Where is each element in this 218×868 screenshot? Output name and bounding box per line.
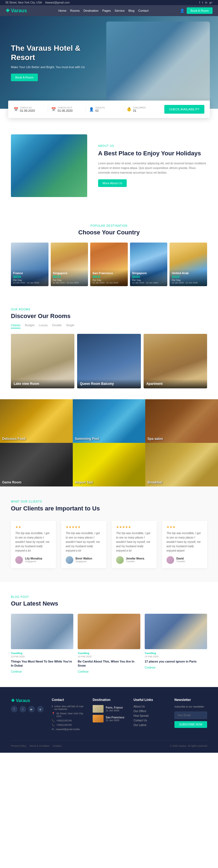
checkin-field: 📅 CHECK IN 01.06.2020	[13, 106, 48, 112]
taxi-label: Airport Taxi	[75, 480, 93, 484]
dest-date-1: 21 Jun 2020	[106, 719, 119, 722]
newsletter-input[interactable]	[175, 712, 207, 719]
amenity-breakfast[interactable]: Breakfast	[145, 443, 218, 487]
destination-card-france[interactable]: France $859 Per Day 12 Jan 2020 - 22 Jun…	[11, 243, 49, 286]
room-card-lake[interactable]: Lake view Room	[11, 334, 74, 389]
singapore-dates: 12 Jan 2020 - 22 Jun 2020	[53, 281, 86, 284]
news-cta-1[interactable]: Continue	[77, 670, 89, 673]
footer-link-1[interactable]: Our Offers	[133, 710, 166, 713]
news-cta-0[interactable]: Continue	[11, 670, 22, 673]
footer-link-0[interactable]: About Us	[133, 705, 166, 708]
adults-label: ADULTS	[95, 106, 105, 109]
france-name: France	[13, 272, 46, 275]
sg2-overlay: Singapore $550 Per Day 12 Jan 2020 - 22 …	[130, 269, 167, 286]
about-image	[11, 134, 87, 197]
checkin-label: CHECK IN	[20, 106, 35, 109]
googleplus-icon[interactable]: g+	[210, 1, 213, 4]
checkout-label: CHECK-OUT	[58, 106, 72, 109]
food-label: Delicious Food	[2, 437, 26, 441]
nav-service[interactable]: Service	[115, 9, 125, 12]
checkout-value[interactable]: 01.06.2020	[58, 109, 72, 112]
children-field: 👶 CHILDREN 01	[127, 106, 161, 112]
stars-3: ★★★	[166, 525, 203, 529]
nav-book-button[interactable]: Book A Room	[187, 7, 213, 14]
instagram-icon[interactable]: in	[205, 1, 207, 4]
footer-newsletter-text: Subscribe to our newsletter	[175, 705, 207, 709]
nav-home[interactable]: Home	[58, 9, 66, 12]
food-image	[0, 399, 73, 443]
news-section: Blog Post Our Latest News Travelling 23 …	[0, 582, 218, 687]
footer-dest-0[interactable]: Paris, France 21 Jun 2020	[93, 705, 125, 713]
queen-room-overlay: Queen Room Balcony	[77, 379, 141, 389]
room-card-queen[interactable]: Queen Room Balcony	[77, 334, 141, 389]
stars-2: ★★★★★	[116, 525, 152, 529]
privacy-link[interactable]: Privacy Policy	[11, 745, 26, 747]
amenity-taxi[interactable]: Airport Taxi	[73, 443, 146, 487]
footer-link-4[interactable]: Our Latest	[133, 723, 166, 726]
destination-card-sg2[interactable]: Singapore $550 Per Day 12 Jan 2020 - 22 …	[130, 243, 167, 286]
amenity-game[interactable]: Game Room	[0, 443, 73, 487]
testimonial-1: ★★★★★ The trip was incredible, I got to …	[61, 521, 106, 568]
site-logo[interactable]: ❖ Varaus	[5, 8, 27, 13]
hero-cta-button[interactable]: Book A Room	[11, 73, 38, 81]
newsletter-button[interactable]: SUBSCRIBE NOW	[175, 721, 207, 728]
rooms-tabs: Classic Budget Luxury Double Single	[11, 323, 207, 329]
lake-room-name: Lake view Room	[13, 382, 72, 385]
tab-luxury[interactable]: Luxury	[39, 323, 48, 329]
amenity-food[interactable]: Delicious Food	[0, 399, 73, 443]
checkin-value[interactable]: 01.06.2020	[20, 109, 35, 112]
room-card-apartment[interactable]: Apartment	[144, 334, 207, 389]
tab-double[interactable]: Double	[52, 323, 62, 329]
amenity-spa[interactable]: Spa salon	[145, 399, 218, 443]
tab-classic[interactable]: Classic	[11, 323, 21, 329]
email-text: Aaward@gmail.com	[45, 1, 70, 4]
booking-bar: 📅 CHECK IN 01.06.2020 📅 CHECK-OUT 01.06.…	[8, 100, 210, 118]
news-cta-2[interactable]: Continue	[145, 666, 156, 669]
adults-value[interactable]: 02	[95, 109, 105, 112]
testimonials-grid: ★★ The trip was incredible, I got to see…	[11, 521, 207, 568]
uae-overlay: United Arab $420 Per Day 12 Jan 2020 - 2…	[169, 269, 207, 286]
news-image-0	[11, 614, 73, 649]
destination-card-sf[interactable]: San Francisco $653 Per Day 12 Jan 2020 -…	[90, 243, 128, 286]
nav-rooms[interactable]: Rooms	[70, 9, 80, 12]
nav-contact[interactable]: Contact	[138, 9, 149, 12]
uae-per: Per Day	[172, 279, 205, 281]
destinations-grid: France $859 Per Day 12 Jan 2020 - 22 Jun…	[11, 243, 207, 286]
destinations-label: Popular Destination	[11, 224, 207, 227]
footer-link-2[interactable]: How Spread	[133, 714, 166, 717]
singapore-price: $870	[53, 275, 86, 279]
nav-pages[interactable]: Pages	[102, 9, 111, 12]
tab-single[interactable]: Single	[66, 323, 74, 329]
footer-phone2: 📞 +000(126)765	[52, 723, 85, 726]
footer-instagram-icon[interactable]: ◈	[37, 706, 43, 712]
footer-twitter-icon[interactable]: t	[20, 706, 26, 712]
footer-youtube-icon[interactable]: ▶	[28, 706, 35, 712]
france-dates: 12 Jan 2020 - 22 Jun 2020	[13, 281, 46, 284]
footer-facebook-icon[interactable]: f	[11, 706, 18, 712]
news-label: Blog Post	[11, 595, 207, 598]
about-cta-button[interactable]: More About Us	[98, 179, 127, 187]
destination-card-singapore[interactable]: Singapore $870 Per Day 12 Jan 2020 - 22 …	[51, 243, 88, 286]
footer-phone1: 📞 +000(126)765	[52, 719, 85, 722]
terms-link[interactable]: Terms & Condition	[29, 745, 50, 747]
facebook-icon[interactable]: f	[199, 1, 200, 4]
cookies-link[interactable]: Cookies	[53, 745, 62, 747]
user-icon[interactable]: 👤	[180, 8, 185, 13]
footer-bottom-links: Privacy Policy Terms & Condition Cookies	[11, 745, 62, 747]
footer-dest-1[interactable]: San Francisco 21 Jun 2020	[93, 715, 125, 722]
testimonials-title: Our Clients are Important to Us	[11, 505, 207, 513]
tab-budget[interactable]: Budget	[25, 323, 34, 329]
phone2-icon: 📞	[52, 723, 55, 726]
children-label: CHILDREN	[133, 106, 146, 109]
nav-destination[interactable]: Destination	[83, 9, 98, 12]
destination-card-uae[interactable]: United Arab $420 Per Day 12 Jan 2020 - 2…	[169, 243, 207, 286]
france-price: $859	[13, 275, 46, 279]
children-value[interactable]: 01	[133, 109, 146, 112]
twitter-icon[interactable]: t	[202, 1, 203, 4]
footer-link-3[interactable]: Contact Us	[133, 719, 166, 722]
sf-per: Per Day	[92, 279, 126, 281]
singapore-name: Singapore	[53, 272, 86, 275]
amenity-pool[interactable]: Swimming Pool	[73, 399, 146, 443]
availability-button[interactable]: CHECK AVAILABILITY	[164, 105, 205, 114]
nav-blog[interactable]: Blog	[128, 9, 134, 12]
